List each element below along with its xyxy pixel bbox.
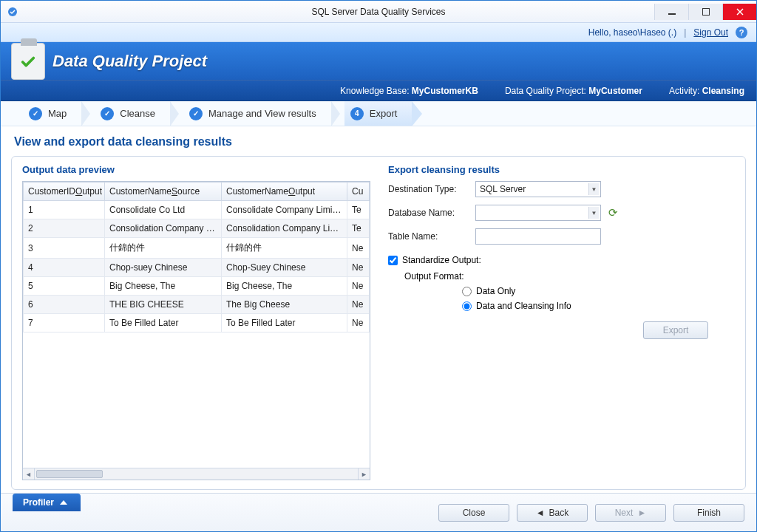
output-grid: CustomerIDOutput CustomerNameSource Cust… [22,181,370,480]
table-cell: 6 [24,296,105,314]
chevron-down-icon: ▼ [588,183,599,195]
table-row[interactable]: 7To Be Filled LaterTo Be Filled LaterNe [24,314,370,332]
check-icon [29,107,42,120]
table-header-row: CustomerIDOutput CustomerNameSource Cust… [24,183,370,201]
svg-rect-1 [668,13,676,15]
step-label: Map [48,108,67,119]
step-cleanse[interactable]: Cleanse [95,101,170,126]
table-cell: Big Cheese, The [222,277,347,296]
table-row[interactable]: 1Consolidate Co LtdConsolidate Company L… [24,201,370,219]
help-icon[interactable]: ? [736,27,747,38]
footer: Profiler Close ◄ Back Next ► Finish [1,493,756,531]
table-cell: THE BIG CHEESE [105,296,222,314]
table-name-label: Table Name: [388,231,469,242]
table-cell: 3 [24,238,105,259]
radio-data-only-label: Data Only [476,286,515,296]
finish-button[interactable]: Finish [673,504,744,522]
app-window: SQL Server Data Quality Services Hello, … [0,0,757,532]
table-cell: Ne [347,296,370,314]
table-row[interactable]: 6THE BIG CHEESEThe Big CheeseNe [24,296,370,314]
destination-type-row: Destination Type: SQL Server ▼ [388,181,735,197]
check-icon [189,107,203,120]
database-name-row: Database Name: ▼ ⟳ [388,205,735,221]
table-cell: 4 [24,259,105,277]
export-button[interactable]: Export [643,321,708,339]
step-number: 4 [350,107,364,120]
greeting-text: Hello, haseo\Haseo (.) [588,27,676,38]
scroll-left-icon[interactable]: ◄ [23,468,35,480]
col-customername-output[interactable]: CustomerNameOutput [222,183,347,201]
step-label: Export [370,108,398,119]
database-name-label: Database Name: [388,208,469,218]
table-cell: 7 [24,314,105,332]
window-title: SQL Server Data Quality Services [1,7,756,17]
next-button[interactable]: Next ► [595,504,666,522]
chevron-icon [81,101,90,126]
profiler-label: Profiler [23,497,54,508]
activity-context: Activity: Cleansing [669,86,744,96]
main-panel: Output data preview CustomerIDOutput Cus… [11,156,746,490]
table-cell: Chop-Suey Chinese [222,259,347,277]
svg-rect-2 [702,8,709,15]
table-row[interactable]: 5Big Cheese, TheBig Cheese, TheNe [24,277,370,296]
step-manage[interactable]: Manage and View results [183,101,331,126]
close-button[interactable] [722,4,756,20]
standardize-checkbox[interactable] [388,256,398,265]
kb-context: Knowledge Base: MyCustomerKB [340,86,478,96]
step-export[interactable]: 4 Export [344,101,413,126]
refresh-icon[interactable]: ⟳ [607,207,619,219]
radio-data-only[interactable] [462,287,472,296]
table-cell: Ne [347,259,370,277]
sign-out-link[interactable]: Sign Out [693,27,728,38]
horizontal-scrollbar[interactable]: ◄ ► [23,468,370,480]
chevron-icon [331,101,340,126]
check-icon [101,107,114,120]
project-context: Data Quality Project: MyCustomer [505,86,642,96]
step-label: Cleanse [120,108,155,119]
output-table[interactable]: CustomerIDOutput CustomerNameSource Cust… [23,182,370,332]
database-name-combo[interactable]: ▼ [475,205,601,221]
table-row[interactable]: 2Consolidation Company LtdConsolidation … [24,219,370,238]
table-name-input[interactable] [475,228,601,245]
step-map[interactable]: Map [23,101,81,126]
close-page-button[interactable]: Close [438,504,509,522]
destination-type-value: SQL Server [480,184,526,194]
page-title: View and export data cleansing results [14,135,743,149]
col-customername-source[interactable]: CustomerNameSource [105,183,222,201]
col-truncated[interactable]: Cu [347,183,370,201]
table-cell: Ne [347,277,370,296]
wizard-steps: Map Cleanse Manage and View results 4 Ex… [1,101,756,126]
export-title: Export cleansing results [388,164,735,175]
header-banner: Data Quality Project Knowledge Base: MyC… [1,42,756,101]
separator: | [684,27,686,38]
radio-data-and-info-label: Data and Cleansing Info [476,301,571,311]
table-cell: Big Cheese, The [105,277,222,296]
user-strip: Hello, haseo\Haseo (.) | Sign Out ? [1,23,756,42]
table-cell: Consolidate Co Ltd [105,201,222,219]
app-icon [7,6,18,18]
standardize-row: Standardize Output: [388,255,735,265]
table-row[interactable]: 3什錦的件什錦的件Ne [24,238,370,259]
col-customerid-output[interactable]: CustomerIDOutput [24,183,105,201]
scroll-right-icon[interactable]: ► [358,468,370,480]
profiler-tab[interactable]: Profiler [13,494,81,511]
table-cell: To Be Filled Later [222,314,347,332]
table-cell: To Be Filled Later [105,314,222,332]
content-area: View and export data cleansing results O… [1,126,756,493]
banner-heading: Data Quality Project [52,52,207,71]
minimize-button[interactable] [654,4,688,20]
back-button[interactable]: ◄ Back [517,504,588,522]
maximize-button[interactable] [688,4,722,20]
output-format-label: Output Format: [404,271,735,282]
table-row[interactable]: 4Chop-suey ChineseChop-Suey ChineseNe [24,259,370,277]
standardize-label: Standardize Output: [402,255,481,265]
export-panel: Export cleansing results Destination Typ… [388,164,735,480]
scroll-thumb[interactable] [36,470,103,478]
step-label: Manage and View results [208,108,316,119]
destination-type-combo[interactable]: SQL Server ▼ [475,181,601,197]
context-bar: Knowledge Base: MyCustomerKB Data Qualit… [1,80,756,100]
output-preview-panel: Output data preview CustomerIDOutput Cus… [22,164,370,480]
radio-data-and-info[interactable] [462,301,472,311]
output-preview-title: Output data preview [22,164,370,175]
window-controls [654,4,756,20]
